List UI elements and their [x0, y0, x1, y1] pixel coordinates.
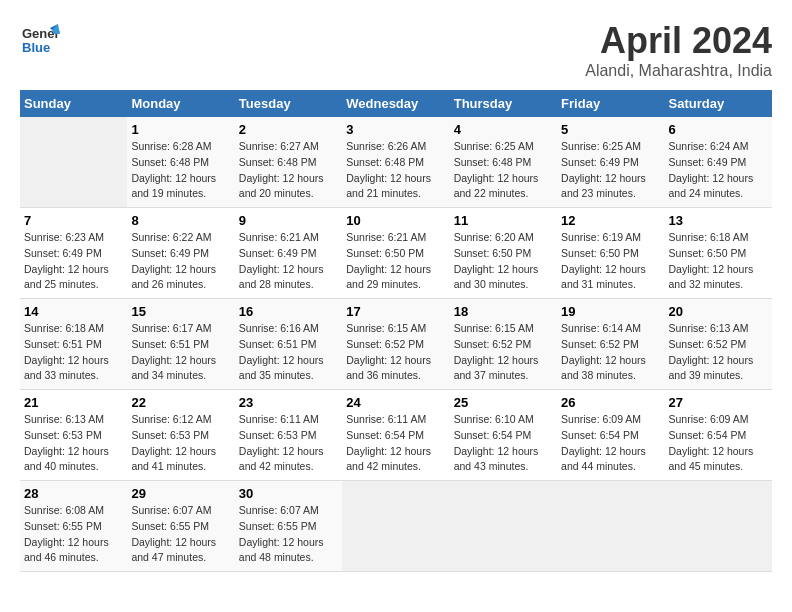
day-info: Sunrise: 6:18 AMSunset: 6:50 PMDaylight:…	[669, 230, 768, 293]
day-info: Sunrise: 6:23 AMSunset: 6:49 PMDaylight:…	[24, 230, 123, 293]
day-number: 20	[669, 304, 768, 319]
day-info: Sunrise: 6:15 AMSunset: 6:52 PMDaylight:…	[454, 321, 553, 384]
calendar-table: SundayMondayTuesdayWednesdayThursdayFrid…	[20, 90, 772, 572]
day-info: Sunrise: 6:24 AMSunset: 6:49 PMDaylight:…	[669, 139, 768, 202]
day-cell: 23Sunrise: 6:11 AMSunset: 6:53 PMDayligh…	[235, 390, 342, 481]
location-title: Alandi, Maharashtra, India	[585, 62, 772, 80]
day-cell: 6Sunrise: 6:24 AMSunset: 6:49 PMDaylight…	[665, 117, 772, 208]
page-header: General Blue April 2024 Alandi, Maharash…	[20, 20, 772, 80]
column-header-wednesday: Wednesday	[342, 90, 449, 117]
day-number: 17	[346, 304, 445, 319]
day-number: 29	[131, 486, 230, 501]
title-block: April 2024 Alandi, Maharashtra, India	[585, 20, 772, 80]
day-info: Sunrise: 6:21 AMSunset: 6:49 PMDaylight:…	[239, 230, 338, 293]
logo-icon: General Blue	[20, 20, 60, 60]
day-number: 24	[346, 395, 445, 410]
day-number: 27	[669, 395, 768, 410]
day-cell: 1Sunrise: 6:28 AMSunset: 6:48 PMDaylight…	[127, 117, 234, 208]
day-info: Sunrise: 6:14 AMSunset: 6:52 PMDaylight:…	[561, 321, 660, 384]
day-info: Sunrise: 6:10 AMSunset: 6:54 PMDaylight:…	[454, 412, 553, 475]
day-cell: 14Sunrise: 6:18 AMSunset: 6:51 PMDayligh…	[20, 299, 127, 390]
day-info: Sunrise: 6:13 AMSunset: 6:53 PMDaylight:…	[24, 412, 123, 475]
day-cell: 26Sunrise: 6:09 AMSunset: 6:54 PMDayligh…	[557, 390, 664, 481]
day-cell	[557, 481, 664, 572]
day-number: 9	[239, 213, 338, 228]
day-number: 16	[239, 304, 338, 319]
day-number: 19	[561, 304, 660, 319]
day-number: 5	[561, 122, 660, 137]
column-header-monday: Monday	[127, 90, 234, 117]
day-cell: 24Sunrise: 6:11 AMSunset: 6:54 PMDayligh…	[342, 390, 449, 481]
day-number: 22	[131, 395, 230, 410]
day-info: Sunrise: 6:15 AMSunset: 6:52 PMDaylight:…	[346, 321, 445, 384]
day-cell: 27Sunrise: 6:09 AMSunset: 6:54 PMDayligh…	[665, 390, 772, 481]
day-cell: 19Sunrise: 6:14 AMSunset: 6:52 PMDayligh…	[557, 299, 664, 390]
day-cell: 18Sunrise: 6:15 AMSunset: 6:52 PMDayligh…	[450, 299, 557, 390]
day-number: 30	[239, 486, 338, 501]
day-cell: 5Sunrise: 6:25 AMSunset: 6:49 PMDaylight…	[557, 117, 664, 208]
day-cell	[450, 481, 557, 572]
week-row-5: 28Sunrise: 6:08 AMSunset: 6:55 PMDayligh…	[20, 481, 772, 572]
week-row-2: 7Sunrise: 6:23 AMSunset: 6:49 PMDaylight…	[20, 208, 772, 299]
day-number: 26	[561, 395, 660, 410]
day-info: Sunrise: 6:20 AMSunset: 6:50 PMDaylight:…	[454, 230, 553, 293]
day-cell: 30Sunrise: 6:07 AMSunset: 6:55 PMDayligh…	[235, 481, 342, 572]
day-info: Sunrise: 6:25 AMSunset: 6:48 PMDaylight:…	[454, 139, 553, 202]
day-info: Sunrise: 6:11 AMSunset: 6:53 PMDaylight:…	[239, 412, 338, 475]
logo: General Blue	[20, 20, 60, 60]
week-row-1: 1Sunrise: 6:28 AMSunset: 6:48 PMDaylight…	[20, 117, 772, 208]
day-info: Sunrise: 6:12 AMSunset: 6:53 PMDaylight:…	[131, 412, 230, 475]
column-header-saturday: Saturday	[665, 90, 772, 117]
day-info: Sunrise: 6:27 AMSunset: 6:48 PMDaylight:…	[239, 139, 338, 202]
day-number: 10	[346, 213, 445, 228]
column-header-thursday: Thursday	[450, 90, 557, 117]
day-cell: 16Sunrise: 6:16 AMSunset: 6:51 PMDayligh…	[235, 299, 342, 390]
day-cell: 21Sunrise: 6:13 AMSunset: 6:53 PMDayligh…	[20, 390, 127, 481]
week-row-3: 14Sunrise: 6:18 AMSunset: 6:51 PMDayligh…	[20, 299, 772, 390]
day-number: 12	[561, 213, 660, 228]
day-number: 8	[131, 213, 230, 228]
day-info: Sunrise: 6:07 AMSunset: 6:55 PMDaylight:…	[131, 503, 230, 566]
day-cell: 25Sunrise: 6:10 AMSunset: 6:54 PMDayligh…	[450, 390, 557, 481]
day-number: 7	[24, 213, 123, 228]
day-cell: 12Sunrise: 6:19 AMSunset: 6:50 PMDayligh…	[557, 208, 664, 299]
day-cell: 8Sunrise: 6:22 AMSunset: 6:49 PMDaylight…	[127, 208, 234, 299]
day-info: Sunrise: 6:18 AMSunset: 6:51 PMDaylight:…	[24, 321, 123, 384]
header-row: SundayMondayTuesdayWednesdayThursdayFrid…	[20, 90, 772, 117]
week-row-4: 21Sunrise: 6:13 AMSunset: 6:53 PMDayligh…	[20, 390, 772, 481]
day-info: Sunrise: 6:11 AMSunset: 6:54 PMDaylight:…	[346, 412, 445, 475]
day-cell: 4Sunrise: 6:25 AMSunset: 6:48 PMDaylight…	[450, 117, 557, 208]
day-cell: 29Sunrise: 6:07 AMSunset: 6:55 PMDayligh…	[127, 481, 234, 572]
day-info: Sunrise: 6:28 AMSunset: 6:48 PMDaylight:…	[131, 139, 230, 202]
day-info: Sunrise: 6:25 AMSunset: 6:49 PMDaylight:…	[561, 139, 660, 202]
day-number: 3	[346, 122, 445, 137]
day-cell: 10Sunrise: 6:21 AMSunset: 6:50 PMDayligh…	[342, 208, 449, 299]
day-cell	[342, 481, 449, 572]
day-info: Sunrise: 6:16 AMSunset: 6:51 PMDaylight:…	[239, 321, 338, 384]
day-cell: 22Sunrise: 6:12 AMSunset: 6:53 PMDayligh…	[127, 390, 234, 481]
day-info: Sunrise: 6:17 AMSunset: 6:51 PMDaylight:…	[131, 321, 230, 384]
day-number: 1	[131, 122, 230, 137]
day-number: 15	[131, 304, 230, 319]
day-cell: 2Sunrise: 6:27 AMSunset: 6:48 PMDaylight…	[235, 117, 342, 208]
column-header-tuesday: Tuesday	[235, 90, 342, 117]
day-info: Sunrise: 6:08 AMSunset: 6:55 PMDaylight:…	[24, 503, 123, 566]
day-cell: 28Sunrise: 6:08 AMSunset: 6:55 PMDayligh…	[20, 481, 127, 572]
day-cell: 9Sunrise: 6:21 AMSunset: 6:49 PMDaylight…	[235, 208, 342, 299]
day-cell: 7Sunrise: 6:23 AMSunset: 6:49 PMDaylight…	[20, 208, 127, 299]
day-number: 11	[454, 213, 553, 228]
day-number: 25	[454, 395, 553, 410]
column-header-sunday: Sunday	[20, 90, 127, 117]
day-number: 21	[24, 395, 123, 410]
day-cell: 13Sunrise: 6:18 AMSunset: 6:50 PMDayligh…	[665, 208, 772, 299]
day-info: Sunrise: 6:22 AMSunset: 6:49 PMDaylight:…	[131, 230, 230, 293]
day-number: 14	[24, 304, 123, 319]
day-number: 18	[454, 304, 553, 319]
day-cell: 20Sunrise: 6:13 AMSunset: 6:52 PMDayligh…	[665, 299, 772, 390]
day-number: 2	[239, 122, 338, 137]
day-cell: 15Sunrise: 6:17 AMSunset: 6:51 PMDayligh…	[127, 299, 234, 390]
day-info: Sunrise: 6:19 AMSunset: 6:50 PMDaylight:…	[561, 230, 660, 293]
day-number: 6	[669, 122, 768, 137]
day-cell: 17Sunrise: 6:15 AMSunset: 6:52 PMDayligh…	[342, 299, 449, 390]
day-info: Sunrise: 6:09 AMSunset: 6:54 PMDaylight:…	[669, 412, 768, 475]
